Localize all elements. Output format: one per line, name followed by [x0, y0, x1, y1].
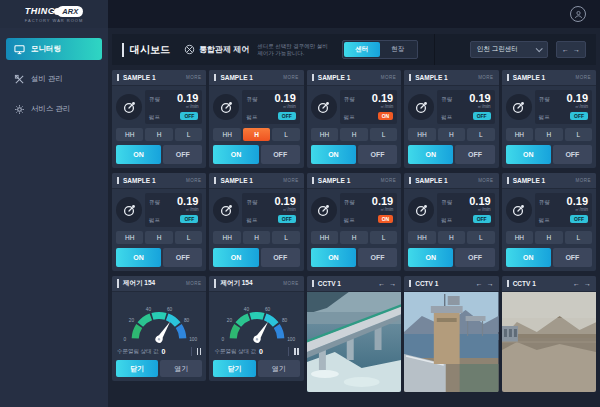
toggle-center-button[interactable]: 센터	[344, 42, 380, 57]
cctv-card-header: CCTV 1 ← →	[502, 276, 596, 292]
gate-close-button[interactable]: 닫기	[213, 360, 255, 377]
bottom-row: 제어기 154 MORE 020406080100	[112, 276, 596, 392]
level-button-l[interactable]: L	[565, 128, 592, 141]
cctv-feed-dam-bridge[interactable]	[307, 292, 401, 392]
off-button[interactable]: OFF	[455, 145, 494, 164]
sample-card-header: SAMPLE 1 MORE	[307, 173, 401, 189]
level-button-l[interactable]: L	[175, 231, 202, 244]
level-button-h[interactable]: H	[438, 231, 465, 244]
level-button-hh[interactable]: HH	[311, 231, 338, 244]
cctv-feed-reservoir[interactable]	[502, 292, 596, 392]
controller-card: 제어기 154 MORE 020406080100	[112, 276, 206, 381]
cctv-prev-button[interactable]: ←	[573, 280, 580, 287]
cctv-next-button[interactable]: →	[584, 280, 591, 287]
off-button[interactable]: OFF	[553, 145, 592, 164]
level-button-h[interactable]: H	[340, 128, 367, 141]
level-button-h[interactable]: H	[243, 231, 270, 244]
level-button-h[interactable]: H	[145, 128, 172, 141]
level-button-l[interactable]: L	[175, 128, 202, 141]
power-button-group: ON OFF	[311, 145, 397, 164]
on-button[interactable]: ON	[408, 145, 453, 164]
more-button[interactable]: MORE	[186, 281, 202, 286]
off-button[interactable]: OFF	[553, 248, 592, 267]
off-button[interactable]: OFF	[163, 248, 202, 267]
off-button[interactable]: OFF	[261, 145, 300, 164]
on-button[interactable]: ON	[311, 145, 356, 164]
off-button[interactable]: OFF	[358, 248, 397, 267]
level-button-h[interactable]: H	[535, 128, 562, 141]
cctv-next-button[interactable]: →	[389, 280, 396, 287]
level-button-hh[interactable]: HH	[408, 231, 435, 244]
sidebar-item-equipment[interactable]: 설비 관리	[6, 68, 102, 90]
prev-arrow-button[interactable]: ←	[562, 46, 569, 53]
level-button-l[interactable]: L	[370, 231, 397, 244]
user-profile-button[interactable]	[570, 6, 586, 22]
level-button-hh[interactable]: HH	[506, 231, 533, 244]
more-button[interactable]: MORE	[186, 178, 202, 183]
level-button-h[interactable]: H	[535, 231, 562, 244]
on-button[interactable]: ON	[408, 248, 453, 267]
sidebar-item-monitoring[interactable]: 모니터링	[6, 38, 102, 60]
off-button[interactable]: OFF	[163, 145, 202, 164]
on-button[interactable]: ON	[506, 248, 551, 267]
site-select-dropdown[interactable]: 인천 그린센터	[470, 41, 548, 58]
sidebar-item-service[interactable]: 서비스 관리	[6, 98, 102, 120]
level-button-h[interactable]: H	[438, 128, 465, 141]
pause-icon[interactable]	[294, 348, 299, 355]
on-button[interactable]: ON	[506, 145, 551, 164]
level-button-h[interactable]: H	[243, 128, 270, 141]
cctv-feed-dam-structure[interactable]	[404, 292, 498, 392]
sample-card: SAMPLE 1 MORE 유량 0.19 ㎥/m	[404, 70, 498, 168]
on-button[interactable]: ON	[116, 145, 161, 164]
off-button[interactable]: OFF	[455, 248, 494, 267]
level-button-l[interactable]: L	[370, 128, 397, 141]
more-button[interactable]: MORE	[381, 75, 397, 80]
more-button[interactable]: MORE	[381, 178, 397, 183]
gate-open-button[interactable]: 열기	[160, 360, 202, 377]
level-button-l[interactable]: L	[467, 128, 494, 141]
cctv-next-button[interactable]: →	[487, 280, 494, 287]
pump-gauge-icon	[213, 94, 239, 120]
more-button[interactable]: MORE	[186, 75, 202, 80]
power-button-group: ON OFF	[116, 145, 202, 164]
level-button-hh[interactable]: HH	[408, 128, 435, 141]
on-button[interactable]: ON	[213, 145, 258, 164]
toggle-field-button[interactable]: 현장	[380, 42, 416, 57]
off-button[interactable]: OFF	[358, 145, 397, 164]
more-button[interactable]: MORE	[478, 75, 494, 80]
more-button[interactable]: MORE	[283, 281, 299, 286]
more-button[interactable]: MORE	[283, 178, 299, 183]
flow-value: 0.19	[469, 196, 490, 207]
cctv-prev-button[interactable]: ←	[476, 280, 483, 287]
more-button[interactable]: MORE	[576, 75, 592, 80]
level-button-hh[interactable]: HH	[213, 231, 240, 244]
cctv-card: CCTV 1 ← →	[502, 276, 596, 392]
gate-close-button[interactable]: 닫기	[116, 360, 158, 377]
level-button-hh[interactable]: HH	[213, 128, 240, 141]
level-button-h[interactable]: H	[145, 231, 172, 244]
on-button[interactable]: ON	[116, 248, 161, 267]
off-button[interactable]: OFF	[261, 248, 300, 267]
level-button-l[interactable]: L	[467, 231, 494, 244]
level-button-h[interactable]: H	[340, 231, 367, 244]
level-button-hh[interactable]: HH	[311, 128, 338, 141]
pause-icon[interactable]	[197, 348, 202, 355]
more-button[interactable]: MORE	[478, 178, 494, 183]
on-button[interactable]: ON	[213, 248, 258, 267]
more-button[interactable]: MORE	[576, 178, 592, 183]
more-button[interactable]: MORE	[283, 75, 299, 80]
level-button-hh[interactable]: HH	[506, 128, 533, 141]
next-arrow-button[interactable]: →	[573, 46, 580, 53]
level-button-l[interactable]: L	[272, 128, 299, 141]
level-button-l[interactable]: L	[565, 231, 592, 244]
level-button-l[interactable]: L	[272, 231, 299, 244]
sample-card-body: 유량 0.19 ㎥/min 펌프 OFF HH H L	[209, 189, 303, 271]
sample-card-title: SAMPLE 1	[409, 74, 448, 81]
pump-status-badge: OFF	[180, 112, 198, 120]
cctv-prev-button[interactable]: ←	[378, 280, 385, 287]
on-button[interactable]: ON	[311, 248, 356, 267]
gate-open-button[interactable]: 열기	[258, 360, 300, 377]
level-button-hh[interactable]: HH	[116, 128, 143, 141]
level-button-hh[interactable]: HH	[116, 231, 143, 244]
sample-card-header: SAMPLE 1 MORE	[112, 173, 206, 189]
